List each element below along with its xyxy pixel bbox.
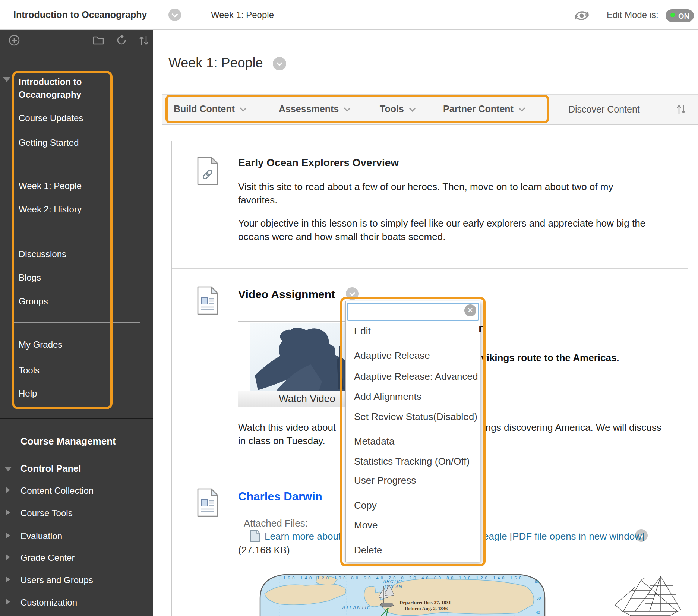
- menu-item-move[interactable]: Move: [354, 519, 378, 531]
- chevron-down-icon: [240, 105, 246, 111]
- map-arctic-label-1: ARCTIC: [383, 579, 402, 584]
- file-size: (27.168 KB): [238, 545, 290, 555]
- add-menu-item-icon[interactable]: [8, 34, 20, 46]
- page-heading-menu-chevron-icon[interactable]: [273, 57, 286, 70]
- sidebar-item-course-tools[interactable]: Course Tools: [20, 509, 73, 518]
- build-content-button[interactable]: Build Content: [174, 104, 246, 114]
- sidebar-item-course-entry[interactable]: Introduction to Oceanography: [19, 76, 110, 101]
- build-content-label: Build Content: [174, 104, 235, 114]
- expand-right-icon[interactable]: [6, 533, 10, 538]
- expand-right-icon[interactable]: [6, 554, 10, 560]
- sidebar-item-grade-center[interactable]: Grade Center: [20, 553, 75, 562]
- top-bar: Introduction to Oceanography Week 1: Peo…: [0, 0, 698, 30]
- close-icon[interactable]: ✕: [464, 304, 476, 316]
- item1-title-link[interactable]: Early Ocean Explorers Overview: [238, 158, 399, 168]
- chevron-down-icon: [518, 105, 525, 111]
- menu-item-copy[interactable]: Copy: [354, 500, 377, 511]
- discover-content-button[interactable]: Discover Content: [568, 105, 640, 114]
- sidebar-item-tools[interactable]: Tools: [19, 366, 40, 375]
- sidebar-item-content-collection[interactable]: Content Collection: [20, 486, 94, 495]
- course-title: Introduction to Oceanography: [13, 10, 147, 19]
- course-management-title: Course Management: [20, 436, 116, 446]
- edit-mode-label: Edit Mode is:: [607, 10, 658, 19]
- sidebar-item-users-and-groups[interactable]: Users and Groups: [20, 576, 93, 585]
- occluded-bold-text-fragment: the vikings route to the Americas.: [464, 353, 619, 363]
- edit-mode-toggle[interactable]: ON: [666, 9, 694, 22]
- control-panel-expand-icon[interactable]: [4, 467, 12, 471]
- context-menu-header: [347, 303, 479, 321]
- sidebar-divider: [12, 163, 140, 163]
- sidebar-item-help[interactable]: Help: [19, 389, 37, 398]
- map-lat-label: 80: [535, 580, 539, 584]
- menu-item-set-review-status[interactable]: Set Review Status(Disabled): [354, 411, 477, 423]
- expand-right-icon[interactable]: [6, 599, 10, 605]
- menu-item-delete[interactable]: Delete: [354, 544, 382, 556]
- course-management-divider: [0, 418, 153, 419]
- blackboard-course-page: Introduction to Oceanography Week 1: Peo…: [0, 0, 698, 616]
- content-item-icon: [197, 286, 218, 315]
- sidebar-item-customization[interactable]: Customization: [20, 598, 77, 607]
- menu-item-metadata[interactable]: Metadata: [354, 436, 394, 447]
- map-lat-label: 60: [537, 596, 541, 600]
- menu-item-adaptive-release-advanced[interactable]: Adaptive Release: Advanced: [354, 371, 478, 382]
- sidebar-item-evaluation[interactable]: Evaluation: [20, 532, 62, 541]
- sidebar-item-control-panel[interactable]: Control Panel: [20, 464, 81, 473]
- assessments-button[interactable]: Assessments: [279, 104, 350, 114]
- student-preview-icon[interactable]: [572, 7, 591, 23]
- item2-paragraph-left: Watch this video about: [238, 423, 336, 432]
- reorder-up-down-icon[interactable]: [139, 35, 149, 46]
- menu-item-user-progress[interactable]: User Progress: [354, 475, 416, 486]
- sidebar-item-my-grades[interactable]: My Grades: [19, 340, 62, 349]
- page-heading: Week 1: People: [168, 56, 263, 70]
- menu-item-edit[interactable]: Edit: [354, 325, 371, 337]
- folder-view-icon[interactable]: [92, 35, 104, 45]
- item2-paragraph-line2: in class on Tuesday.: [238, 436, 325, 446]
- assessments-label: Assessments: [279, 104, 339, 114]
- sidebar-divider: [12, 322, 140, 323]
- item2-menu-chevron-icon[interactable]: [346, 287, 359, 300]
- course-title-menu-chevron-icon[interactable]: [168, 9, 181, 21]
- watch-video-label: Watch Video: [279, 393, 335, 404]
- sidebar-item-blogs[interactable]: Blogs: [19, 273, 41, 282]
- item1-paragraph-line: oceans were and how small their boats se…: [238, 232, 445, 241]
- occluded-heading-fragment: n: [479, 322, 485, 334]
- map-lat-label: 40: [536, 610, 540, 615]
- attached-file-link-right[interactable]: eagle [PDF file opens in new window]: [483, 531, 644, 541]
- partner-content-button[interactable]: Partner Content: [443, 104, 524, 114]
- item3-title-link[interactable]: Charles Darwin: [238, 491, 322, 502]
- sidebar-item-getting-started[interactable]: Getting Started: [19, 138, 79, 147]
- sidebar: Introduction to Oceanography Course Upda…: [0, 30, 153, 616]
- tools-button[interactable]: Tools: [380, 104, 415, 114]
- edit-mode-on-indicator: [670, 13, 675, 17]
- sidebar-item-week1[interactable]: Week 1: People: [19, 181, 82, 190]
- menu-item-add-alignments[interactable]: Add Alignments: [354, 391, 421, 402]
- refresh-icon[interactable]: [116, 34, 127, 46]
- item-divider: [172, 268, 688, 269]
- sidebar-item-course-updates[interactable]: Course Updates: [19, 114, 83, 123]
- map-departure-label: Departure: Dec. 27, 1831: [399, 600, 451, 605]
- course-menu-expand-icon[interactable]: [3, 77, 10, 82]
- map-atlantic-label: ATLANTIC: [342, 605, 371, 610]
- ship-sketch-illustration: [613, 576, 686, 616]
- map-return-label: Return: Aug. 2, 1836: [405, 606, 448, 611]
- menu-item-statistics-tracking[interactable]: Statistics Tracking (On/Off): [354, 456, 470, 467]
- sidebar-item-discussions[interactable]: Discussions: [19, 250, 66, 259]
- item1-paragraph-line: Your objective in this lesson is to simp…: [238, 218, 645, 228]
- sort-items-icon[interactable]: [676, 103, 686, 114]
- topbar-divider: [203, 5, 203, 25]
- attached-file-link-left[interactable]: Learn more about: [265, 531, 341, 541]
- chevron-down-icon: [344, 105, 351, 111]
- tools-label: Tools: [380, 104, 404, 114]
- breadcrumb-page-title: Week 1: People: [211, 10, 274, 19]
- expand-right-icon[interactable]: [6, 487, 10, 493]
- sidebar-item-week2[interactable]: Week 2: History: [19, 205, 82, 214]
- menu-item-adaptive-release[interactable]: Adaptive Release: [354, 350, 430, 361]
- chevron-down-icon: [409, 105, 416, 111]
- expand-right-icon[interactable]: [6, 509, 10, 515]
- content-item-icon: [197, 488, 218, 517]
- url-item-icon: [197, 157, 218, 185]
- expand-right-icon[interactable]: [6, 576, 10, 582]
- map-longitude-labels: 160 140 120 100 80 60 40 20 0 20 40 60 8…: [283, 576, 522, 580]
- sidebar-item-groups[interactable]: Groups: [19, 297, 48, 306]
- sidebar-divider: [12, 231, 140, 231]
